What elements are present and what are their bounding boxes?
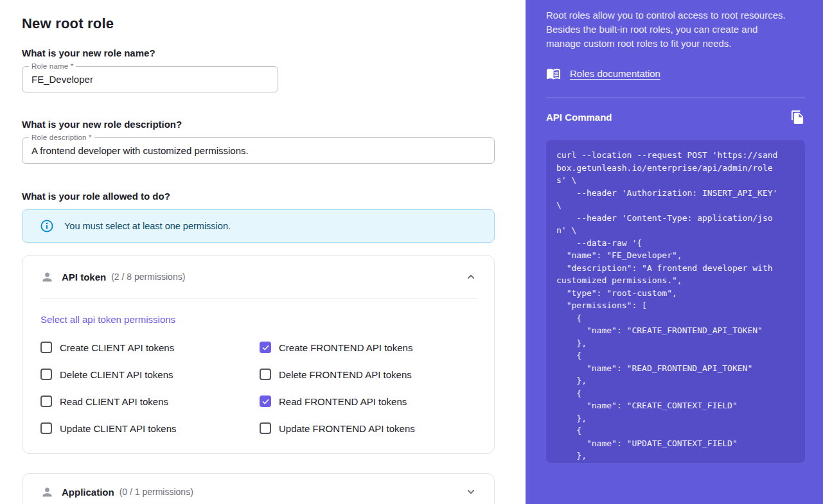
- root-roles-description: Root roles allow you to control access t…: [546, 8, 792, 51]
- new-root-role-page: New root role What is your new role name…: [0, 0, 823, 504]
- checkbox[interactable]: [40, 395, 52, 407]
- api-token-accordion-header[interactable]: API token (2 / 8 permissions): [22, 256, 494, 298]
- checkbox-label: Update CLIENT API tokens: [60, 423, 177, 434]
- permission-checkbox-create-frontend-api-tokens[interactable]: Create FRONTEND API tokens: [260, 342, 476, 353]
- role-name-input[interactable]: [31, 74, 269, 85]
- permission-checkbox-update-frontend-api-tokens[interactable]: Update FRONTEND API tokens: [260, 422, 476, 434]
- role-name-field: Role name *: [22, 66, 278, 92]
- checkbox-label: Delete FRONTEND API tokens: [279, 369, 412, 380]
- group-permission-count: (0 / 1 permissions): [119, 487, 193, 497]
- help-sidebar: Root roles allow you to control access t…: [526, 0, 823, 504]
- docs-link-row: Roles documentation: [546, 66, 805, 81]
- checkbox[interactable]: [40, 369, 52, 380]
- select-all-api-token-permissions-link[interactable]: Select all api token permissions: [40, 314, 175, 325]
- sidebar-divider: [546, 98, 805, 98]
- checkbox-label: Create FRONTEND API tokens: [279, 342, 412, 353]
- page-title: New root role: [22, 15, 504, 32]
- card-divider: [39, 298, 477, 299]
- role-permissions-question: What is your role allowed to do?: [22, 191, 504, 202]
- permission-group-application: Application (0 / 1 permissions): [22, 473, 495, 504]
- permission-group-api-token: API token (2 / 8 permissions) Select all…: [22, 255, 495, 454]
- role-name-question: What is your new role name?: [22, 48, 504, 58]
- role-description-field: Role description *: [22, 137, 495, 164]
- person-icon: [40, 485, 54, 499]
- chevron-down-icon[interactable]: [465, 485, 477, 498]
- group-title: Application: [62, 487, 114, 498]
- roles-documentation-link[interactable]: Roles documentation: [570, 68, 660, 79]
- permission-checkbox-create-client-api-tokens[interactable]: Create CLIENT API tokens: [40, 342, 260, 353]
- group-title: API token: [62, 272, 106, 282]
- copy-button[interactable]: [790, 110, 805, 125]
- checkbox[interactable]: [260, 422, 271, 434]
- role-form-pane: New root role What is your new role name…: [0, 0, 526, 504]
- application-accordion-header[interactable]: Application (0 / 1 permissions): [22, 474, 494, 504]
- checkmark-icon: [261, 397, 270, 406]
- checkbox-label: Read FRONTEND API tokens: [279, 396, 407, 407]
- permission-checkbox-read-frontend-api-tokens[interactable]: Read FRONTEND API tokens: [260, 395, 476, 407]
- permission-checkbox-update-client-api-tokens[interactable]: Update CLIENT API tokens: [40, 422, 260, 434]
- checkbox-label: Create CLIENT API tokens: [60, 342, 174, 353]
- checkbox-label: Delete CLIENT API tokens: [60, 369, 173, 380]
- role-description-field-label: Role description *: [29, 134, 94, 141]
- permission-checkbox-delete-frontend-api-tokens[interactable]: Delete FRONTEND API tokens: [260, 369, 476, 380]
- person-icon: [40, 270, 54, 284]
- curl-command: curl --location --request POST 'https://…: [556, 149, 795, 462]
- api-token-permissions-grid: Create CLIENT API tokens Create FRONTEND…: [40, 342, 476, 434]
- api-command-title: API Command: [546, 112, 612, 123]
- role-name-field-label: Role name *: [29, 62, 76, 70]
- checkbox[interactable]: [260, 395, 271, 407]
- checkbox[interactable]: [40, 342, 52, 353]
- chevron-up-icon[interactable]: [465, 270, 477, 283]
- permissions-info-alert: You must select at least one permission.: [22, 209, 495, 243]
- alert-text: You must select at least one permission.: [64, 221, 231, 231]
- copy-icon: [790, 110, 805, 125]
- role-description-input[interactable]: [31, 145, 485, 156]
- checkbox[interactable]: [40, 422, 52, 434]
- role-description-question: What is your new role description?: [22, 119, 504, 130]
- checkbox-label: Update FRONTEND API tokens: [279, 423, 415, 434]
- api-command-code-block: curl --location --request POST 'https://…: [546, 140, 805, 463]
- checkbox[interactable]: [260, 369, 271, 380]
- permission-checkbox-delete-client-api-tokens[interactable]: Delete CLIENT API tokens: [40, 369, 260, 380]
- info-icon: [40, 219, 54, 233]
- permission-checkbox-read-client-api-tokens[interactable]: Read CLIENT API tokens: [40, 395, 260, 407]
- checkbox-label: Read CLIENT API tokens: [60, 396, 168, 407]
- checkbox[interactable]: [260, 342, 271, 353]
- group-permission-count: (2 / 8 permissions): [111, 272, 185, 282]
- book-icon: [546, 66, 561, 81]
- checkmark-icon: [261, 343, 270, 352]
- api-command-row: API Command: [546, 110, 805, 125]
